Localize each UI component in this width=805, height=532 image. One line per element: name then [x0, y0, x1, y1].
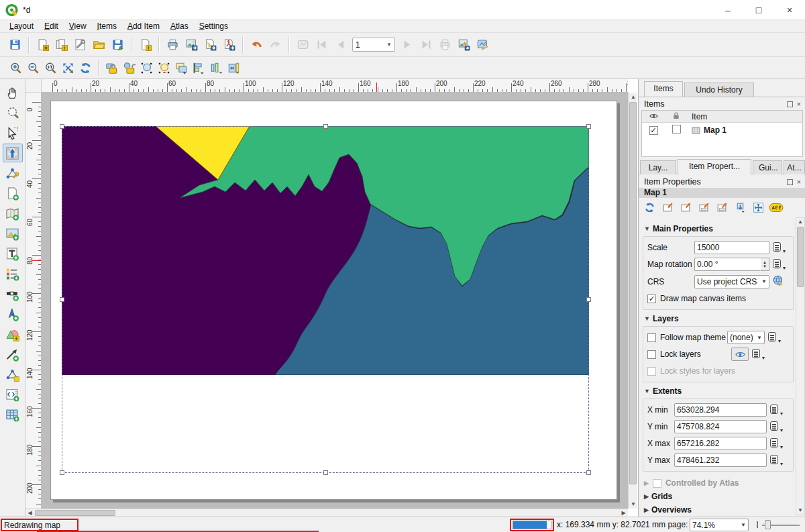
rotation-spinner[interactable]: ▲▼ — [761, 258, 769, 271]
selection-handle[interactable] — [323, 470, 328, 475]
close-button[interactable]: × — [774, 0, 805, 20]
set-extent-to-canvas-button[interactable] — [659, 200, 676, 215]
redo-button[interactable] — [266, 36, 284, 54]
save-button[interactable] — [5, 36, 24, 54]
menu-items[interactable]: Items — [92, 20, 122, 33]
distribute-items-button[interactable] — [207, 59, 225, 76]
move-item-content-button[interactable] — [3, 144, 23, 162]
scroll-up-icon[interactable]: ▲ — [796, 218, 804, 226]
scrollbar-thumb[interactable] — [35, 510, 115, 516]
zoom-full-button[interactable] — [59, 59, 76, 76]
add-picture-button[interactable] — [3, 224, 23, 243]
add-legend-button[interactable] — [3, 264, 23, 283]
data-defined-override-button[interactable]: ▾ — [772, 258, 786, 270]
controlled-by-atlas-checkbox[interactable] — [653, 479, 661, 488]
lock-layers-checkbox[interactable] — [647, 350, 656, 359]
minimize-button[interactable]: – — [712, 0, 743, 20]
lock-checkbox[interactable] — [672, 125, 681, 134]
data-defined-override-button[interactable]: ▾ — [769, 437, 783, 449]
lock-items-button[interactable] — [103, 59, 120, 76]
zoom-tool-button[interactable] — [3, 103, 23, 122]
first-feature-button[interactable] — [312, 36, 331, 54]
unlock-items-button[interactable] — [120, 59, 138, 76]
section-main-properties[interactable]: ▼ Main Properties — [644, 224, 794, 233]
close-panel-icon[interactable]: × — [797, 99, 801, 109]
layout-canvas[interactable] — [42, 93, 628, 509]
lock-styles-checkbox[interactable] — [647, 367, 656, 376]
canvas-horizontal-scrollbar[interactable]: ◀ ▶ — [25, 509, 628, 517]
data-defined-override-button[interactable]: ▾ — [769, 454, 783, 466]
export-atlas-button[interactable] — [454, 36, 473, 54]
data-defined-override-button[interactable]: ▾ — [767, 331, 781, 343]
set-canvas-to-scale-button[interactable] — [714, 200, 730, 215]
export-image-button[interactable] — [182, 36, 201, 54]
section-controlled-by-atlas[interactable]: ▶ Controlled by Atlas — [644, 478, 794, 488]
next-feature-button[interactable] — [398, 36, 417, 54]
add-pages-button[interactable] — [136, 36, 154, 54]
scroll-down-icon[interactable]: ▼ — [629, 500, 638, 509]
draw-map-canvas-items-checkbox[interactable]: ✓ — [647, 295, 656, 303]
resize-items-button[interactable] — [225, 59, 242, 76]
interactive-edit-extent-button[interactable] — [732, 200, 748, 215]
add-node-item-button[interactable] — [3, 365, 23, 384]
add-shape-button[interactable] — [3, 325, 23, 343]
tab-items[interactable]: Items — [644, 81, 683, 97]
open-layout-button[interactable] — [89, 36, 108, 54]
export-svg-button[interactable] — [201, 36, 219, 54]
map-theme-combo[interactable]: (none) ▼ — [727, 331, 765, 344]
selection-handle[interactable] — [323, 124, 328, 129]
selection-handle[interactable] — [60, 470, 64, 475]
map-item-frame[interactable] — [62, 126, 589, 473]
zoom-out-button[interactable] — [24, 59, 42, 76]
float-panel-icon[interactable] — [787, 101, 793, 107]
scrollbar-thumb[interactable] — [797, 227, 804, 287]
export-pdf-button[interactable] — [219, 36, 238, 54]
visibility-checkbox[interactable]: ✓ — [649, 126, 658, 135]
maximize-button[interactable]: □ — [743, 0, 774, 20]
close-panel-icon[interactable]: × — [797, 177, 801, 187]
view-extent-in-canvas-button[interactable] — [678, 200, 694, 215]
canvas-vertical-scrollbar[interactable]: ▲ ▼ — [628, 93, 637, 509]
section-extents[interactable]: ▼ Extents — [644, 386, 794, 396]
scroll-down-icon[interactable]: ▼ — [796, 507, 804, 515]
selection-handle[interactable] — [586, 470, 591, 475]
scrollbar-thumb[interactable] — [629, 102, 637, 484]
new-layout-button[interactable] — [33, 36, 52, 54]
scale-input[interactable]: 15000 — [694, 241, 769, 254]
add-map-button[interactable] — [3, 204, 23, 223]
select-move-item-button[interactable] — [3, 123, 23, 142]
xmin-input[interactable]: 653028.294 — [674, 403, 767, 417]
print-button[interactable] — [163, 36, 182, 54]
section-overviews[interactable]: ▶ Overviews — [644, 505, 794, 515]
pan-tool-button[interactable] — [3, 83, 23, 102]
atlas-page-combo[interactable]: 1 ▼ — [352, 38, 395, 52]
align-items-button[interactable] — [190, 59, 207, 76]
zoom-actual-button[interactable] — [42, 59, 59, 76]
tab-undo-history[interactable]: Undo History — [684, 83, 754, 97]
refresh-view-button[interactable] — [76, 59, 94, 76]
scroll-up-icon[interactable]: ▲ — [629, 93, 638, 101]
add-html-button[interactable] — [3, 385, 23, 404]
visibility-preset-button[interactable] — [731, 348, 749, 361]
crs-combo[interactable]: Use project CRS ▼ — [694, 275, 769, 288]
menu-atlas[interactable]: Atlas — [165, 20, 194, 33]
slider-handle[interactable] — [765, 520, 771, 529]
zoom-in-button[interactable] — [7, 59, 24, 76]
add-page-button[interactable] — [3, 184, 23, 203]
data-defined-override-button[interactable]: ▾ — [769, 404, 783, 416]
menu-edit[interactable]: Edit — [39, 20, 64, 33]
zoom-level-combo[interactable]: 74.1% ▼ — [690, 519, 749, 531]
add-scalebar-button[interactable] — [3, 284, 23, 303]
selection-handle[interactable] — [60, 124, 64, 129]
tab-layout[interactable]: Lay... — [640, 160, 676, 174]
selection-handle[interactable] — [60, 297, 64, 302]
data-defined-override-button[interactable]: ▾ — [772, 242, 786, 254]
preview-atlas-button[interactable] — [293, 36, 312, 54]
data-defined-override-button[interactable]: ▾ — [769, 421, 783, 433]
ymax-input[interactable]: 478461.232 — [674, 454, 767, 467]
selection-handle[interactable] — [586, 297, 591, 302]
undo-button[interactable] — [247, 36, 266, 54]
edit-nodes-button[interactable] — [3, 164, 23, 182]
menu-add-item[interactable]: Add Item — [122, 20, 165, 33]
crs-select-button[interactable] — [772, 274, 784, 288]
